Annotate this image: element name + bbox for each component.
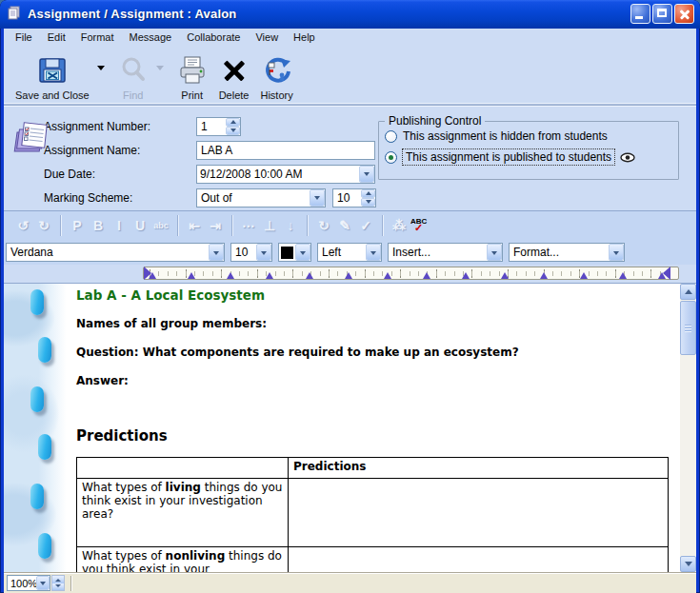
find-icon <box>118 53 149 88</box>
thesaurus-icon[interactable]: ⁂ <box>390 216 409 235</box>
answer-cell[interactable] <box>289 547 669 573</box>
find-button[interactable]: Find <box>112 49 154 105</box>
assignment-number-stepper[interactable]: 1 <box>196 117 241 136</box>
paragraph-group-members: Names of all group members: <box>76 317 680 330</box>
assignment-name-input[interactable]: LAB A <box>196 141 375 160</box>
zoom-value: 100% <box>10 578 36 589</box>
scroll-down-arrow-icon[interactable] <box>680 556 696 572</box>
menu-collaborate[interactable]: Collaborate <box>179 30 248 45</box>
undo-icon[interactable]: ↺ <box>13 216 32 235</box>
menu-format[interactable]: Format <box>73 30 122 45</box>
font-size-select[interactable]: 10 <box>230 243 272 262</box>
published-radio[interactable] <box>385 151 397 164</box>
insert-rule-icon[interactable]: ⋯ <box>239 216 258 235</box>
accept-check-icon[interactable]: ✓ <box>356 216 375 235</box>
table-header-row: Predictions <box>77 458 669 479</box>
zoom-select[interactable]: 100% <box>7 575 50 591</box>
indent-icon[interactable]: ⇥ <box>206 216 225 235</box>
save-dropdown-arrow[interactable] <box>95 49 112 105</box>
scrollbar-thumb[interactable] <box>680 301 696 355</box>
find-dropdown-arrow[interactable] <box>154 49 171 105</box>
due-date-select[interactable]: 9/12/2008 10:00 AM <box>196 165 375 184</box>
insert-down-icon[interactable]: ↓ <box>281 216 300 235</box>
marking-points-stepper[interactable]: 10 <box>332 188 376 208</box>
delete-button[interactable]: Delete <box>213 49 255 105</box>
outdent-icon[interactable]: ⇤ <box>185 216 204 235</box>
delete-icon <box>222 53 247 88</box>
hidden-radio-label[interactable]: This assignment is hidden from students <box>403 129 608 143</box>
due-date-dropdown-icon[interactable] <box>359 166 374 183</box>
zoom-dropdown-icon[interactable] <box>36 576 50 590</box>
strikethrough-icon[interactable]: abc <box>151 216 170 235</box>
zoom-stepper[interactable] <box>51 575 65 591</box>
format-dropdown-icon[interactable] <box>609 244 624 261</box>
edit-pencil-icon[interactable]: ✎ <box>335 216 354 235</box>
right-indent-marker[interactable] <box>663 267 670 280</box>
menu-message[interactable]: Message <box>122 30 180 45</box>
anchor-icon[interactable]: ⊥ <box>260 216 279 235</box>
predictions-table: Predictions What types of living things … <box>76 457 669 572</box>
scroll-up-arrow-icon[interactable] <box>680 284 696 300</box>
number-down-arrow-icon[interactable] <box>226 127 240 135</box>
number-up-arrow-icon[interactable] <box>226 118 240 127</box>
spellcheck-icon[interactable]: ABC ✓ <box>410 218 427 233</box>
marking-scheme-dropdown-icon[interactable] <box>310 189 325 207</box>
application-window: Assignment / Assignment : Avalon File Ed… <box>0 0 700 593</box>
menu-bar: File Edit Format Message Collaborate Vie… <box>4 29 696 46</box>
redo-icon[interactable]: ↻ <box>34 216 53 235</box>
zoom-up-arrow-icon[interactable] <box>52 576 64 583</box>
delete-label: Delete <box>219 89 250 101</box>
assignment-name-value: LAB A <box>201 144 374 157</box>
align-dropdown-icon[interactable] <box>366 244 381 261</box>
close-button[interactable] <box>674 4 694 24</box>
maximize-button[interactable] <box>652 4 672 24</box>
font-color-select[interactable] <box>278 243 311 262</box>
history-button[interactable]: History <box>254 49 298 105</box>
font-dropdown-icon[interactable] <box>209 244 224 261</box>
ruler[interactable] <box>143 267 679 280</box>
document-title: Lab A - A Local Ecosystem <box>76 287 680 303</box>
header-predictions-cell: Predictions <box>289 458 669 479</box>
font-family-select[interactable]: Verdana <box>6 243 225 262</box>
formatting-toolbar: ↺ ↻ P B I U abc ⇤ ⇥ ⋯ ⊥ ↓ ↻ ✎ ✓ ⁂ ABC ✓ <box>4 210 696 240</box>
italic-icon[interactable]: I <box>110 216 129 235</box>
points-up-arrow-icon[interactable] <box>361 189 375 198</box>
format-select[interactable]: Format... <box>509 243 625 262</box>
points-down-arrow-icon[interactable] <box>361 198 375 207</box>
published-option-row: This assignment is published to students <box>385 147 672 168</box>
insert-select[interactable]: Insert... <box>388 243 503 262</box>
bold-icon[interactable]: B <box>89 216 108 235</box>
marking-scheme-select[interactable]: Out of <box>196 188 326 208</box>
left-indent-marker[interactable] <box>144 267 151 280</box>
color-dropdown-icon[interactable] <box>295 244 310 261</box>
print-button[interactable]: Print <box>171 49 213 105</box>
assignment-notepad-icon <box>13 119 51 161</box>
marking-scheme-value: Out of <box>201 191 310 205</box>
print-icon <box>177 53 208 88</box>
minimize-button[interactable] <box>630 4 650 24</box>
menu-view[interactable]: View <box>248 30 286 45</box>
menu-file[interactable]: File <box>8 30 40 45</box>
document-area: Lab A - A Local Ecosystem Names of all g… <box>4 283 696 572</box>
insert-dropdown-icon[interactable] <box>487 244 502 261</box>
menu-help[interactable]: Help <box>286 30 323 45</box>
font-toolbar: Verdana 10 Left Insert... Format... <box>4 240 696 265</box>
answer-cell[interactable] <box>289 479 669 547</box>
zoom-down-arrow-icon[interactable] <box>52 583 64 591</box>
underline-icon[interactable]: U <box>130 216 150 235</box>
menu-edit[interactable]: Edit <box>40 30 73 45</box>
eye-icon <box>620 152 635 163</box>
save-and-close-label: Save and Close <box>15 89 90 101</box>
alignment-select[interactable]: Left <box>317 243 382 262</box>
paragraph-icon[interactable]: P <box>68 216 87 235</box>
hidden-radio[interactable] <box>385 130 397 143</box>
find-label: Find <box>123 89 143 101</box>
refresh-icon[interactable]: ↻ <box>314 216 333 235</box>
published-radio-label[interactable]: This assignment is published to students <box>403 149 614 165</box>
size-dropdown-icon[interactable] <box>256 244 271 261</box>
editor-canvas[interactable]: Lab A - A Local Ecosystem Names of all g… <box>4 284 680 572</box>
paragraph-question: Question: What components are required t… <box>76 346 680 359</box>
save-and-close-button[interactable]: Save and Close <box>10 49 95 105</box>
vertical-scrollbar[interactable] <box>680 284 696 572</box>
question-cell: What types of living things do you think… <box>77 479 289 547</box>
